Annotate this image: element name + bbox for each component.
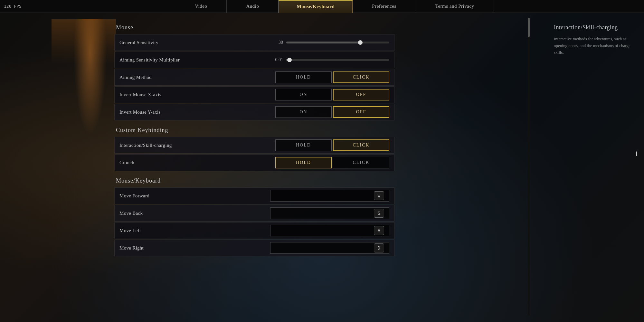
- move-forward-key: W: [374, 191, 384, 200]
- info-title: Interaction/Skill-charging: [554, 24, 631, 31]
- general-sensitivity-label: General Sensitivity: [119, 40, 267, 45]
- interaction-hold-button[interactable]: HOLD: [275, 139, 332, 151]
- invert-x-toggle: ON OFF: [275, 89, 389, 100]
- tab-video[interactable]: Video: [175, 0, 227, 13]
- interaction-click-button[interactable]: CLICK: [333, 139, 389, 151]
- invert-y-label: Invert Mouse Y-axis: [119, 109, 275, 115]
- move-forward-label: Move Forward: [119, 193, 270, 199]
- move-back-key: S: [374, 209, 384, 218]
- invert-x-label: Invert Mouse X-axis: [119, 92, 275, 98]
- move-forward-row: Move Forward W: [114, 187, 394, 204]
- invert-x-off-button[interactable]: OFF: [333, 89, 389, 100]
- aiming-click-button[interactable]: CLICK: [333, 71, 389, 83]
- crouch-click-button[interactable]: CLICK: [333, 157, 389, 168]
- tab-audio[interactable]: Audio: [227, 0, 279, 13]
- aiming-sensitivity-row: Aiming Sensitivity Multiplier 0.01: [114, 52, 394, 68]
- cursor-pointer-icon: [636, 151, 639, 157]
- crouch-row: Crouch HOLD CLICK: [114, 154, 394, 171]
- aiming-method-toggle: HOLD CLICK: [275, 71, 389, 83]
- info-description: Interactive methods for adventures, such…: [554, 36, 631, 56]
- crouch-label: Crouch: [119, 160, 275, 166]
- fps-counter: 120 FPS: [0, 4, 25, 9]
- background-figure: [52, 19, 116, 245]
- nav-bar: 120 FPS Video Audio Mouse/Keyboard Prefe…: [0, 0, 644, 13]
- move-left-label: Move Left: [119, 228, 270, 233]
- aiming-sensitivity-label: Aiming Sensitivity Multiplier: [119, 57, 267, 63]
- crouch-toggle: HOLD CLICK: [275, 157, 389, 168]
- scrollbar[interactable]: [528, 18, 530, 316]
- invert-y-row: Invert Mouse Y-axis ON OFF: [114, 104, 394, 120]
- keybinding-section-title: Custom Keybinding: [114, 127, 394, 134]
- mouse-section-title: Mouse: [114, 24, 394, 31]
- invert-y-toggle: ON OFF: [275, 106, 389, 118]
- aiming-method-label: Aiming Method: [119, 75, 275, 80]
- move-left-row: Move Left A: [114, 222, 394, 239]
- move-right-row: Move Right D: [114, 240, 394, 256]
- aiming-sensitivity-slider[interactable]: [286, 59, 389, 61]
- move-right-binding[interactable]: D: [270, 242, 389, 254]
- tab-mouse-keyboard[interactable]: Mouse/Keyboard: [279, 0, 353, 13]
- move-back-binding[interactable]: S: [270, 207, 389, 219]
- scroll-thumb[interactable]: [528, 18, 530, 37]
- general-sensitivity-slider[interactable]: [286, 42, 389, 43]
- move-left-binding[interactable]: A: [270, 225, 389, 236]
- general-sensitivity-row: General Sensitivity 30: [114, 34, 394, 51]
- crouch-hold-button[interactable]: HOLD: [275, 157, 332, 168]
- mouse-keyboard-section-title: Mouse/Keyboard: [114, 177, 394, 184]
- aiming-sensitivity-value: 0.01: [267, 57, 283, 62]
- move-right-label: Move Right: [119, 245, 270, 251]
- move-left-key: A: [374, 226, 384, 235]
- move-right-key: D: [374, 243, 384, 252]
- invert-x-row: Invert Mouse X-axis ON OFF: [114, 86, 394, 103]
- aiming-hold-button[interactable]: HOLD: [275, 71, 332, 83]
- invert-y-on-button[interactable]: ON: [275, 106, 332, 118]
- nav-tabs: Video Audio Mouse/Keyboard Preferences T…: [25, 0, 644, 13]
- info-panel: Interaction/Skill-charging Interactive m…: [547, 18, 638, 62]
- general-sensitivity-value: 30: [267, 40, 283, 45]
- invert-y-off-button[interactable]: OFF: [333, 106, 389, 118]
- move-forward-binding[interactable]: W: [270, 190, 389, 202]
- tab-terms-privacy[interactable]: Terms and Privacy: [416, 0, 494, 13]
- aiming-method-row: Aiming Method HOLD CLICK: [114, 69, 394, 86]
- settings-panel: Mouse General Sensitivity 30 Aiming Sens…: [114, 18, 394, 316]
- move-back-label: Move Back: [119, 211, 270, 216]
- move-back-row: Move Back S: [114, 205, 394, 222]
- interaction-row: Interaction/Skill-charging HOLD CLICK: [114, 137, 394, 154]
- interaction-toggle: HOLD CLICK: [275, 139, 389, 151]
- tab-preferences[interactable]: Preferences: [353, 0, 416, 13]
- invert-x-on-button[interactable]: ON: [275, 89, 332, 100]
- interaction-label: Interaction/Skill-charging: [119, 143, 275, 148]
